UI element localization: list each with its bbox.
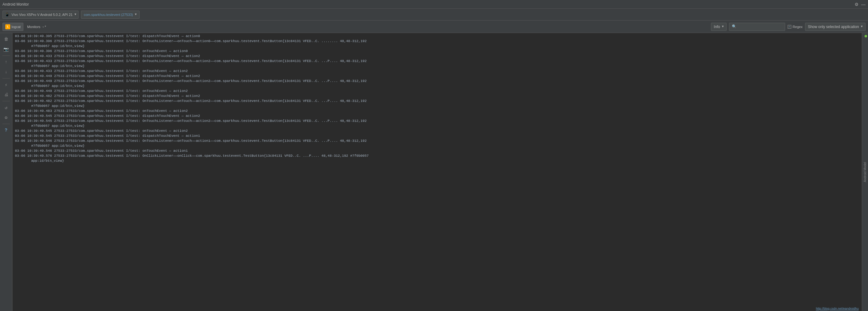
log-content[interactable]: 03-06 10:39:49.395 27533-27533/com.spark… (12, 33, 862, 311)
log-line: 03-06 10:39:49.546 27533-27533/com.spark… (12, 138, 862, 143)
search-box[interactable]: 🔍 (729, 23, 785, 31)
device-selector[interactable]: 📱 Vivo Vivo X5Pro V Android 5.0.2, API 2… (2, 10, 79, 19)
log-line: #7f0b0057 app:id/btn_view} (12, 103, 862, 108)
log-line: 03-06 10:39:49.482 27533-27533/com.spark… (12, 93, 862, 98)
log-line: 03-06 10:39:49.482 27533-27533/com.spark… (12, 98, 862, 103)
log-line: 03-06 10:39:49.449 27533-27533/com.spark… (12, 89, 862, 93)
print-icon[interactable]: 🖨 (2, 91, 10, 98)
info-dropdown[interactable]: Info ▼ (711, 23, 726, 31)
log-line: 03-06 10:39:49.449 27533-27533/com.spark… (12, 73, 862, 79)
footer-link[interactable]: http://blog.csdn.net/eandroidhu (816, 307, 859, 310)
regex-checkbox-container[interactable]: Regex (787, 25, 803, 29)
log-line: 03-06 10:39:49.546 27533-27533/com.spark… (12, 148, 862, 153)
footer-bar: http://blog.csdn.net/eandroidhu (813, 306, 861, 311)
info-dropdown-arrow: ▼ (722, 25, 724, 28)
help-icon[interactable]: ? (2, 126, 10, 134)
show-only-button[interactable]: Show only selected application ▼ (805, 23, 866, 31)
scroll-down-icon[interactable]: ↓ (2, 68, 10, 76)
search-input[interactable] (738, 25, 781, 29)
clear-icon[interactable]: 🗑 (2, 35, 10, 43)
device-dropdown-arrow: ▼ (74, 13, 76, 16)
title-bar: Android Monitor ⚙ — (0, 0, 868, 9)
search-icon: 🔍 (732, 24, 737, 29)
log-line: 03-06 10:39:49.396 27533-27533/com.spark… (12, 39, 862, 43)
filter-icon[interactable]: ⚡ (2, 81, 10, 89)
sidebar-divider-4 (2, 124, 10, 124)
log-line: 03-06 10:39:49.483 27533-27533/com.spark… (12, 108, 862, 114)
show-only-label: Show only selected application (808, 25, 859, 29)
sidebar-divider-1 (2, 56, 10, 56)
screenshot-icon[interactable]: 📷 (2, 45, 10, 53)
refresh-icon[interactable]: ↺ (2, 104, 10, 111)
toolbar: L logcat Monitors →* Info ▼ 🔍 Regex Show… (0, 21, 868, 33)
log-line: 03-06 10:39:49.545 27533-27533/com.spark… (12, 133, 862, 138)
log-line: #7f0b0057 app:id/btn_view} (12, 64, 862, 68)
log-line: #7f0b0057 app:id/btn_view} (12, 143, 862, 148)
info-label: Info (714, 25, 720, 29)
logcat-icon: L (5, 24, 10, 29)
app-title: Android Monitor (2, 2, 29, 6)
right-panel-label: Android Model (863, 162, 867, 182)
device-phone-icon: 📱 (5, 12, 10, 17)
device-label: Vivo Vivo X5Pro V Android 5.0.2, API 21 (11, 13, 72, 17)
show-only-dropdown-arrow: ▼ (861, 25, 863, 28)
log-line: 03-06 10:39:49.545 27533-27533/com.spark… (12, 114, 862, 118)
log-line: 03-06 10:39:49.433 27533-27533/com.spark… (12, 68, 862, 73)
app-selector[interactable]: com.sparkhuu.testevent (27533) ▼ (81, 10, 140, 19)
sidebar-divider-3 (2, 101, 10, 101)
main-area: 🗑 📷 ↑ ↓ ⚡ 🖨 ↺ ⚙ ? 03-06 10:39:49.395 275… (0, 33, 868, 311)
log-line: #7f0b0057 app:id/btn_view} (12, 43, 862, 49)
log-line: #7f0b0057 app:id/btn_view} (12, 84, 862, 89)
app-dropdown-arrow: ▼ (135, 13, 137, 16)
app-label: com.sparkhuu.testevent (27533) (84, 13, 133, 17)
regex-label: Regex (793, 25, 803, 29)
regex-checkbox[interactable] (787, 25, 792, 29)
log-line: 03-06 10:39:49.545 27533-27533/com.spark… (12, 118, 862, 123)
log-line: app:id/btn_view} (12, 158, 862, 163)
logcat-tab-label: logcat (11, 25, 21, 29)
right-panel[interactable]: Android Model (862, 33, 868, 311)
settings-title-btn[interactable]: ⚙ (855, 2, 859, 7)
sidebar: 🗑 📷 ↑ ↓ ⚡ 🖨 ↺ ⚙ ? (0, 33, 12, 311)
sidebar-divider-2 (2, 78, 10, 79)
settings-sidebar-icon[interactable]: ⚙ (2, 114, 10, 121)
log-line: 03-06 10:39:49.395 27533-27533/com.spark… (12, 34, 862, 39)
log-line: 03-06 10:39:49.449 27533-27533/com.spark… (12, 79, 862, 84)
log-line: 03-06 10:39:49.433 27533-27533/com.spark… (12, 54, 862, 59)
tab-logcat[interactable]: L logcat (2, 23, 23, 31)
log-line: 03-06 10:39:49.545 27533-27533/com.spark… (12, 128, 862, 133)
log-line: 03-06 10:39:49.576 27533-27533/com.spark… (12, 153, 862, 158)
device-bar: 📱 Vivo Vivo X5Pro V Android 5.0.2, API 2… (0, 9, 868, 21)
log-line: 03-06 10:39:49.396 27533-27533/com.spark… (12, 49, 862, 54)
title-bar-buttons: ⚙ — (855, 2, 866, 7)
monitors-button[interactable]: Monitors →* (26, 24, 48, 29)
log-line: 03-06 10:39:49.433 27533-27533/com.spark… (12, 59, 862, 64)
minimize-title-btn[interactable]: — (861, 2, 866, 7)
log-line: #7f0b0057 app:id/btn_view} (12, 123, 862, 128)
scroll-up-icon[interactable]: ↑ (2, 58, 10, 66)
android-model-dot (865, 35, 867, 37)
